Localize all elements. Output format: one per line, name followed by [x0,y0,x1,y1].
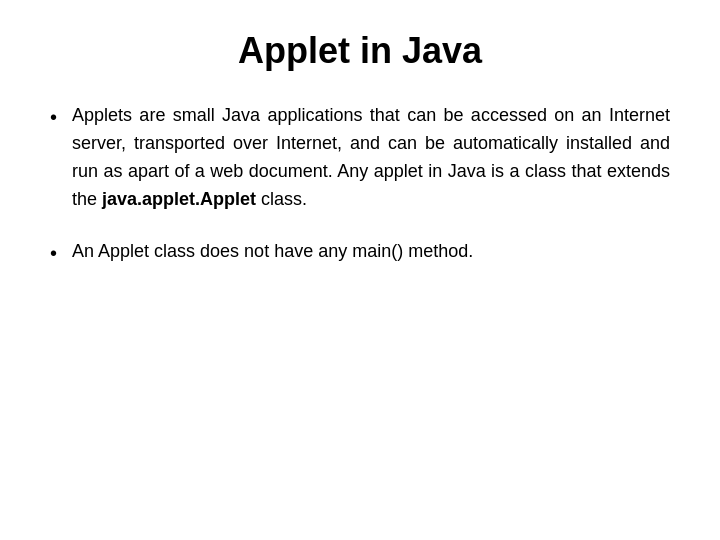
bullet-item-2: • An Applet class does not have any main… [50,238,670,269]
bold-java-applet: java.applet.Applet [102,189,256,209]
content-area: • Applets are small Java applications th… [50,102,670,510]
bullet-dot-2: • [50,238,72,269]
bullet-item-1: • Applets are small Java applications th… [50,102,670,214]
bullet-text-1: Applets are small Java applications that… [72,102,670,214]
bullet-list: • Applets are small Java applications th… [50,102,670,269]
bullet-text-2: An Applet class does not have any main()… [72,238,670,266]
slide-title: Applet in Java [50,30,670,72]
bullet-dot-1: • [50,102,72,133]
